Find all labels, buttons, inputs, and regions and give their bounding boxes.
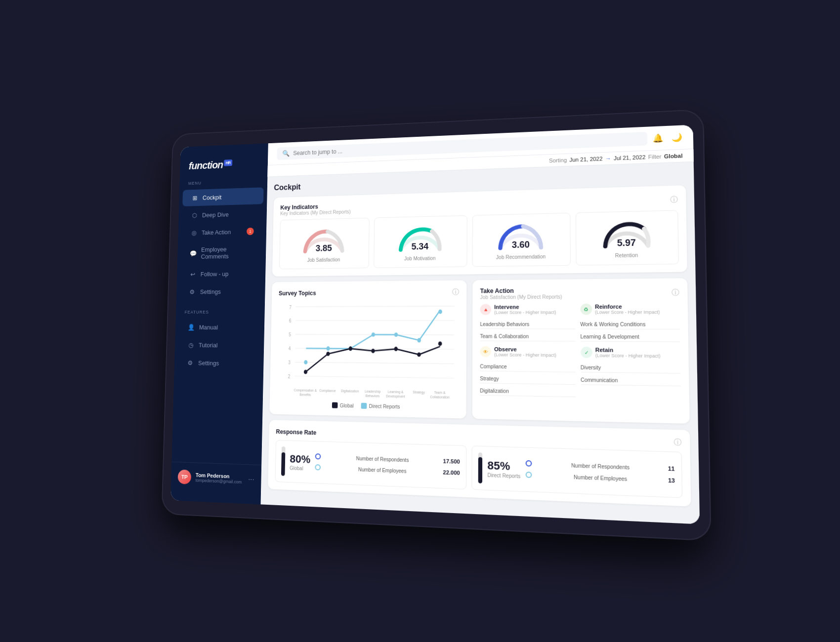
indicator-job-satisfaction: 3.85 Job Satisfaction (279, 218, 369, 269)
sidebar-item-cockpit[interactable]: ⊞ Cockpit (182, 187, 263, 206)
retain-icon: ✓ (581, 347, 592, 358)
retain-subtitle: (Lower Score - Higher Impact) (595, 353, 661, 359)
job-motivation-value: 5.34 (412, 241, 429, 252)
reinforce-item-0: Work & Working Conditions (580, 320, 680, 329)
sorting-label: Sorting (549, 157, 567, 163)
response-rate-title: Response Rate (276, 428, 316, 436)
respondents-label-direct: Number of Respondents (571, 462, 630, 470)
svg-text:7: 7 (289, 305, 292, 310)
svg-text:Digitalization: Digitalization (341, 389, 359, 394)
job-satisfaction-value: 3.85 (316, 243, 332, 254)
notification-icon[interactable]: 🔔 (653, 133, 664, 143)
intervene-subtitle: (Lower Score - Higher Impact) (494, 310, 556, 315)
top-icons: 🔔 🌙 (653, 132, 682, 143)
observe-title: Observe (494, 346, 556, 353)
svg-text:6: 6 (289, 319, 292, 324)
response-pct-value-direct: 85% (487, 459, 520, 473)
filter-label: Filter (648, 154, 662, 160)
survey-topics-info-icon[interactable]: ⓘ (452, 288, 459, 297)
svg-text:Collaboration: Collaboration (430, 395, 449, 399)
theme-icon[interactable]: 🌙 (672, 132, 682, 142)
response-label-direct: Direct Reports (487, 472, 520, 479)
response-card-global: 80% Global Number of Respondents 17.500 (275, 440, 466, 489)
svg-point-22 (371, 349, 375, 353)
sidebar-item-settings2[interactable]: ⚙ Settings (178, 354, 260, 372)
svg-text:Development: Development (386, 394, 405, 399)
employee-comments-icon: 💬 (190, 249, 197, 257)
sidebar-item-deep-dive[interactable]: ⬡ Deep Dive (182, 205, 263, 224)
svg-text:5: 5 (289, 332, 291, 338)
sidebar-item-follow-up[interactable]: ↩ Follow - up (180, 265, 262, 282)
circle-blue2 (526, 460, 532, 467)
retain-item-0: Diversity (581, 363, 680, 373)
sidebar-item-settings[interactable]: ⚙ Settings (180, 282, 262, 300)
sidebar-item-manual[interactable]: 👤 Manual (179, 319, 261, 336)
retention-label: Retention (615, 252, 638, 258)
sidebar-item-take-action[interactable]: ◎ Take Action 1 (181, 223, 263, 241)
svg-text:Team &: Team & (434, 390, 446, 394)
take-action-icon: ◎ (190, 229, 197, 236)
sidebar-item-label: Settings (198, 359, 219, 366)
reinforce-title: Reinforce (595, 303, 660, 310)
reinforce-subtitle: (Lower Score - Higher Impact) (595, 310, 660, 315)
sorting-info: Sorting Jun 21, 2022 → Jul 21, 2022 Filt… (549, 153, 683, 163)
sidebar-item-label: Tutorial (199, 341, 218, 349)
observe-item-0: Compliance (480, 362, 575, 372)
sidebar-item-label: Manual (199, 323, 218, 330)
svg-point-12 (304, 360, 307, 364)
app-logo: functionHR (189, 158, 259, 172)
respondents-value-direct: 11 (668, 465, 675, 472)
sidebar-item-label: Follow - up (201, 270, 229, 278)
settings-icon: ⚙ (189, 288, 196, 295)
key-indicators-info-icon[interactable]: ⓘ (670, 195, 678, 204)
response-rate-info-icon[interactable]: ⓘ (674, 438, 682, 447)
action-section-retain: ✓ Retain (Lower Score - Higher Impact) D… (581, 347, 681, 399)
response-pct-global: 80% Global (290, 452, 310, 471)
sidebar-item-label: Settings (200, 288, 221, 295)
response-card-direct-reports: 85% Direct Reports Number of Respondents… (471, 445, 682, 498)
response-bar-fill-global (281, 452, 285, 476)
main-content: 🔍 🔔 🌙 Sorting Jun 21, 2022 → Jul 21, 202… (260, 125, 700, 524)
take-action-badge: 1 (247, 228, 254, 235)
svg-text:4: 4 (289, 346, 291, 352)
response-bar-fill-direct-reports (478, 457, 482, 483)
chart-legend: Global Direct Reports (276, 401, 459, 411)
respondents-label-global: Number of Respondents (356, 455, 409, 463)
take-action-info-icon[interactable]: ⓘ (672, 288, 679, 297)
svg-point-17 (417, 338, 421, 343)
sidebar-item-employee-comments[interactable]: 💬 Employee Comments (181, 241, 263, 265)
employees-label-global: Number of Employees (358, 467, 407, 474)
employees-value-direct: 13 (668, 477, 675, 484)
employees-label-direct: Number of Employees (574, 474, 627, 482)
indicator-job-motivation: 5.34 Job Motivation (374, 215, 467, 268)
logo-area: functionHR (180, 153, 268, 182)
job-motivation-label: Job Motivation (404, 255, 436, 261)
sidebar-item-tutorial[interactable]: ◷ Tutorial (178, 336, 261, 354)
action-section-intervene: 🔺 Intervene (Lower Score - Higher Impact… (480, 304, 575, 342)
gauge-retention: 5.97 (600, 217, 654, 249)
circle-icon-blue2 (526, 460, 535, 468)
sidebar-item-label: Cockpit (203, 194, 222, 201)
response-label-global: Global (290, 465, 310, 471)
legend-global-label: Global (340, 402, 354, 408)
survey-chart-area: 7 6 5 4 3 2 (277, 301, 459, 401)
intervene-item-0: Leadership Behaviors (480, 320, 575, 329)
sidebar-item-label: Take Action (202, 228, 231, 236)
svg-text:Benefits: Benefits (299, 392, 311, 396)
response-details-global: Number of Respondents 17.500 Number of E… (315, 451, 460, 479)
survey-topics-card: Survey Topics ⓘ (269, 281, 466, 419)
settings2-icon: ⚙ (187, 359, 194, 366)
response-rate-card: Response Rate ⓘ 80% Gl (268, 420, 691, 506)
circle-light (315, 464, 321, 470)
retain-title: Retain (595, 347, 661, 354)
take-action-title: Take Action (480, 287, 562, 294)
user-menu-button[interactable]: ··· (248, 475, 254, 484)
sidebar: functionHR MENU ⊞ Cockpit ⬡ Deep Dive ◎ … (170, 143, 268, 504)
observe-subtitle: (Lower Score - Higher Impact) (494, 352, 556, 358)
action-section-observe: 👁 Observe (Lower Score - Higher Impact) … (480, 346, 575, 397)
job-recommendation-label: Job Recommendation (496, 254, 546, 260)
circle-icon-blue (315, 453, 323, 461)
take-action-subtitle: Job Satisfaction (My Direct Reports) (480, 294, 562, 300)
action-section-reinforce: ♻ Reinforce (Lower Score - Higher Impact… (580, 303, 680, 342)
legend-direct-reports-dot (361, 403, 367, 409)
